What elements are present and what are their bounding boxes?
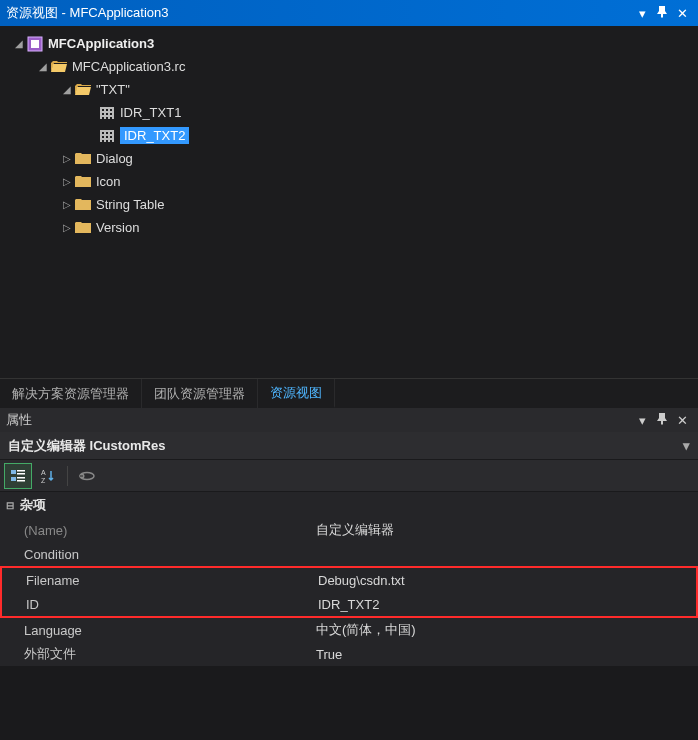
properties-object-name: 自定义编辑器 ICustomRes	[8, 437, 165, 455]
property-value[interactable]: True	[316, 647, 698, 662]
resource-icon	[98, 128, 116, 144]
tree-label: "TXT"	[96, 82, 130, 97]
property-row-name[interactable]: (Name) 自定义编辑器	[0, 518, 698, 542]
project-icon	[26, 36, 44, 52]
property-row-id[interactable]: ID IDR_TXT2	[2, 592, 696, 616]
property-key: 外部文件	[0, 645, 316, 663]
panel-tabs: 解决方案资源管理器 团队资源管理器 资源视图	[0, 378, 698, 408]
resource-icon	[98, 105, 116, 121]
resource-view-title: 资源视图 - MFCApplication3	[6, 4, 632, 22]
expand-icon[interactable]: ◢	[60, 84, 74, 95]
expand-icon[interactable]: ◢	[12, 38, 26, 49]
property-key: Language	[0, 623, 316, 638]
properties-toolbar: AZ	[0, 460, 698, 492]
folder-icon	[74, 220, 92, 236]
tree-root[interactable]: ◢ MFCApplication3	[4, 32, 694, 55]
tree-label: IDR_TXT1	[120, 105, 181, 120]
resource-tree[interactable]: ◢ MFCApplication3 ◢ MFCApplication3.rc ◢…	[0, 26, 698, 378]
tree-txt1[interactable]: IDR_TXT1	[4, 101, 694, 124]
property-row-language[interactable]: Language 中文(简体，中国)	[0, 618, 698, 642]
close-icon[interactable]: ✕	[672, 6, 692, 21]
tree-label: MFCApplication3	[48, 36, 154, 51]
properties-grid: ⊟ 杂项 (Name) 自定义编辑器 Condition Filename De…	[0, 492, 698, 666]
property-value: 自定义编辑器	[316, 521, 698, 539]
tab-resource-view[interactable]: 资源视图	[258, 379, 335, 408]
dropdown-icon[interactable]: ▾	[632, 6, 652, 21]
tree-rc[interactable]: ◢ MFCApplication3.rc	[4, 55, 694, 78]
expand-icon[interactable]: ▷	[60, 176, 74, 187]
resource-view-titlebar: 资源视图 - MFCApplication3 ▾ ✕	[0, 0, 698, 26]
tree-txt-folder[interactable]: ◢ "TXT"	[4, 78, 694, 101]
tree-icon-folder[interactable]: ▷ Icon	[4, 170, 694, 193]
folder-open-icon	[74, 82, 92, 98]
expand-icon[interactable]: ◢	[36, 61, 50, 72]
tree-dialog[interactable]: ▷ Dialog	[4, 147, 694, 170]
folder-icon	[74, 197, 92, 213]
tab-team-explorer[interactable]: 团队资源管理器	[142, 379, 258, 408]
property-row-external[interactable]: 外部文件 True	[0, 642, 698, 666]
tree-label: Version	[96, 220, 139, 235]
expand-icon[interactable]: ▷	[60, 222, 74, 233]
tree-label: String Table	[96, 197, 164, 212]
tree-txt2[interactable]: IDR_TXT2	[4, 124, 694, 147]
tree-label: MFCApplication3.rc	[72, 59, 185, 74]
svg-rect-3	[17, 470, 25, 472]
svg-text:A: A	[41, 469, 46, 476]
property-value[interactable]: Debug\csdn.txt	[318, 573, 696, 588]
properties-titlebar: 属性 ▾ ✕	[0, 408, 698, 432]
svg-text:Z: Z	[41, 477, 46, 484]
category-label: 杂项	[20, 496, 46, 514]
tree-version[interactable]: ▷ Version	[4, 216, 694, 239]
tree-label-selected: IDR_TXT2	[120, 127, 189, 144]
property-value[interactable]: 中文(简体，中国)	[316, 621, 698, 639]
svg-rect-2	[11, 470, 16, 474]
property-key: (Name)	[0, 523, 316, 538]
property-pages-button[interactable]	[73, 463, 101, 489]
property-row-condition[interactable]: Condition	[0, 542, 698, 566]
svg-rect-6	[17, 477, 25, 479]
dropdown-icon[interactable]: ▾	[683, 438, 690, 453]
property-key: Condition	[0, 547, 316, 562]
pin-icon[interactable]	[652, 6, 672, 21]
property-category[interactable]: ⊟ 杂项	[0, 492, 698, 518]
alphabetical-button[interactable]: AZ	[34, 463, 62, 489]
svg-rect-7	[17, 480, 25, 482]
tree-stringtable[interactable]: ▷ String Table	[4, 193, 694, 216]
tree-label: Dialog	[96, 151, 133, 166]
separator	[67, 466, 68, 486]
svg-rect-12	[80, 475, 83, 477]
close-icon[interactable]: ✕	[672, 413, 692, 428]
property-key: ID	[2, 597, 318, 612]
svg-rect-4	[17, 473, 25, 475]
tab-solution-explorer[interactable]: 解决方案资源管理器	[0, 379, 142, 408]
collapse-icon[interactable]: ⊟	[6, 500, 20, 511]
property-value[interactable]: IDR_TXT2	[318, 597, 696, 612]
property-row-filename[interactable]: Filename Debug\csdn.txt	[2, 568, 696, 592]
folder-icon	[74, 174, 92, 190]
svg-rect-1	[31, 40, 39, 48]
property-key: Filename	[2, 573, 318, 588]
folder-open-icon	[50, 59, 68, 75]
tree-label: Icon	[96, 174, 121, 189]
folder-icon	[74, 151, 92, 167]
properties-title: 属性	[6, 411, 632, 429]
dropdown-icon[interactable]: ▾	[632, 413, 652, 428]
highlight-annotation: Filename Debug\csdn.txt ID IDR_TXT2	[0, 566, 698, 618]
pin-icon[interactable]	[652, 413, 672, 428]
properties-object-header[interactable]: 自定义编辑器 ICustomRes ▾	[0, 432, 698, 460]
categorized-button[interactable]	[4, 463, 32, 489]
expand-icon[interactable]: ▷	[60, 199, 74, 210]
svg-rect-5	[11, 477, 16, 481]
expand-icon[interactable]: ▷	[60, 153, 74, 164]
